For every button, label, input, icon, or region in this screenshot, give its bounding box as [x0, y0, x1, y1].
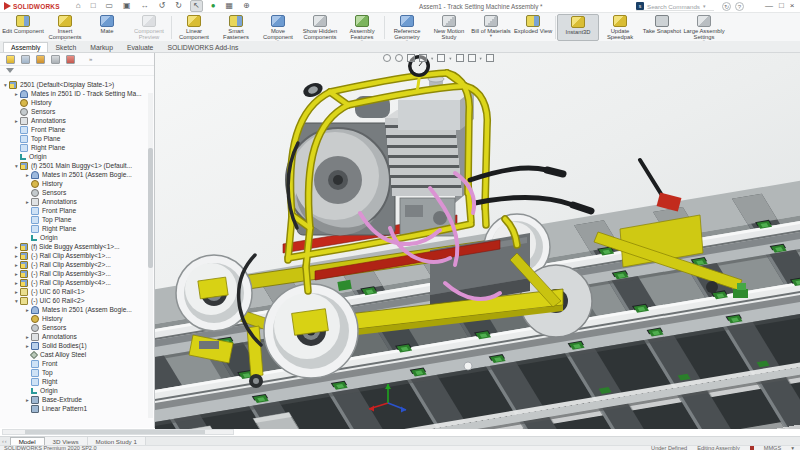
- dropdown-arrow-icon[interactable]: ▾: [431, 56, 433, 61]
- tree-item--rail-clip-assembly-3-[interactable]: ▸(-) Rail Clip Assembly<3>...: [0, 269, 148, 278]
- exploded-view-button[interactable]: Exploded View: [512, 14, 554, 41]
- tree-filter-row[interactable]: [0, 66, 154, 76]
- configuration-manager-tab-icon[interactable]: [36, 55, 45, 64]
- tree-item-mates-in-2501-id-track-setting[interactable]: ▸Mates in 2501 ID - Track Setting Ma...: [0, 89, 148, 98]
- display-manager-tab-icon[interactable]: [66, 55, 75, 64]
- help-icon[interactable]: ?: [735, 2, 744, 11]
- dropdown-arrow-icon[interactable]: ▾: [480, 56, 482, 61]
- move-component-button[interactable]: Move Component▾: [257, 14, 299, 41]
- expand-arrow-icon[interactable]: ▾: [13, 298, 20, 304]
- edit-component-button[interactable]: Edit Component: [2, 14, 44, 41]
- dimxpert-manager-tab-icon[interactable]: [51, 55, 60, 64]
- new-document-icon[interactable]: □: [89, 1, 98, 11]
- tree-item-history[interactable]: History: [0, 179, 148, 188]
- close-button[interactable]: ×: [787, 1, 798, 10]
- tree-item-base-extrude[interactable]: ▸Base-Extrude: [0, 395, 148, 404]
- tree-item-solid-bodies-1-[interactable]: ▸Solid Bodies(1): [0, 341, 148, 350]
- instant3d-button[interactable]: Instant3D: [557, 14, 599, 41]
- tree-item-cast-alloy-steel[interactable]: Cast Alloy Steel: [0, 350, 148, 359]
- tree-item-top[interactable]: Top: [0, 368, 148, 377]
- tree-item--f-side-buggy-assembly-1-[interactable]: ▸(f) Side Buggy Assembly<1>...: [0, 242, 148, 251]
- expand-arrow-icon[interactable]: ▸: [13, 118, 20, 124]
- zoom-to-area-icon[interactable]: [395, 54, 403, 62]
- select-icon[interactable]: ↖: [190, 0, 203, 12]
- expand-arrow-icon[interactable]: ▸: [24, 172, 31, 178]
- tree-item-right-plane[interactable]: Right Plane: [0, 143, 148, 152]
- bill-of-materials-button[interactable]: Bill of Materials▾: [470, 14, 512, 41]
- model-canvas[interactable]: [155, 53, 800, 429]
- property-manager-tab-icon[interactable]: [21, 55, 30, 64]
- tree-item--rail-clip-assembly-2-[interactable]: ▸(-) Rail Clip Assembly<2>...: [0, 260, 148, 269]
- tree-item-sensors[interactable]: Sensors: [0, 188, 148, 197]
- tree-item-origin[interactable]: Origin: [0, 233, 148, 242]
- expand-arrow-icon[interactable]: ▸: [13, 289, 20, 295]
- expand-arrow-icon[interactable]: ▸: [24, 334, 31, 340]
- large-assembly-settings-button[interactable]: Large Assembly Settings▾: [683, 14, 725, 41]
- tree-item--rail-clip-assembly-4-[interactable]: ▸(-) Rail Clip Assembly<4>...: [0, 278, 148, 287]
- minimize-button[interactable]: —: [762, 1, 776, 10]
- mate-button[interactable]: Mate: [86, 14, 128, 41]
- zoom-to-fit-icon[interactable]: [383, 54, 391, 62]
- expand-arrow-icon[interactable]: ▾: [13, 163, 20, 169]
- tree-item-right-plane[interactable]: Right Plane: [0, 224, 148, 233]
- tab-solidworks-add-ins[interactable]: SOLIDWORKS Add-Ins: [160, 43, 245, 52]
- smart-fasteners-button[interactable]: Smart Fasteners: [215, 14, 257, 41]
- dropdown-arrow-icon[interactable]: ▾: [490, 34, 492, 38]
- tree-horizontal-scrollbar[interactable]: [2, 429, 234, 435]
- expand-arrow-icon[interactable]: ▸: [24, 199, 31, 205]
- search-dropdown-icon[interactable]: ▾: [703, 3, 706, 9]
- tree-item-mates-in-2501-assem-bogie-[interactable]: ▸Mates in 2501 (Assem Bogie...: [0, 170, 148, 179]
- open-folder-icon[interactable]: ▭: [103, 1, 115, 11]
- tree-item-mates-in-2501-assem-bogie-[interactable]: ▸Mates in 2501 (Assem Bogie...: [0, 305, 148, 314]
- tree-item-annotations[interactable]: ▸Annotations: [0, 116, 148, 125]
- assembly-features-button[interactable]: Assembly Features▾: [341, 14, 383, 41]
- hscroll-thumb[interactable]: [25, 430, 205, 434]
- tree-item-origin[interactable]: Origin: [0, 152, 148, 161]
- expand-arrow-icon[interactable]: ▸: [13, 244, 20, 250]
- tree-item-history[interactable]: History: [0, 98, 148, 107]
- view-settings-icon[interactable]: [486, 54, 494, 62]
- component-preview-button[interactable]: Component Preview: [128, 14, 170, 41]
- tree-item-top-plane[interactable]: Top Plane: [0, 215, 148, 224]
- tree-vertical-scrollbar[interactable]: [148, 93, 153, 418]
- file-properties-icon[interactable]: ▦: [224, 1, 236, 11]
- tree-item-front-plane[interactable]: Front Plane: [0, 125, 148, 134]
- undo-icon[interactable]: ↺: [157, 1, 168, 11]
- new-motion-study-button[interactable]: New Motion Study: [428, 14, 470, 41]
- expand-arrow-icon[interactable]: ▸: [13, 271, 20, 277]
- expand-arrow-icon[interactable]: ▸: [24, 397, 31, 403]
- tree-item-right[interactable]: Right: [0, 377, 148, 386]
- update-speedpak-button[interactable]: Update Speedpak: [599, 14, 641, 41]
- dropdown-arrow-icon[interactable]: ▾: [449, 56, 451, 61]
- linear-component-pattern-button[interactable]: Linear Component Pattern▾: [173, 14, 215, 41]
- show-hidden-components-button[interactable]: Show Hidden Components: [299, 14, 341, 41]
- tree-item--uic-60-rail-2-[interactable]: ▾(-) UIC 60 Rail<2>: [0, 296, 148, 305]
- tree-item-sensors[interactable]: Sensors: [0, 323, 148, 332]
- display-style-icon[interactable]: [456, 54, 464, 62]
- hide-show-items-icon[interactable]: [468, 54, 476, 62]
- tab-assembly[interactable]: Assembly: [3, 42, 48, 52]
- home-icon[interactable]: ⌂: [74, 1, 83, 11]
- print-icon[interactable]: ↔: [139, 1, 151, 11]
- tree-item-front[interactable]: Front: [0, 359, 148, 368]
- tree-item-annotations[interactable]: ▸Annotations: [0, 332, 148, 341]
- tree-item-origin[interactable]: Origin: [0, 386, 148, 395]
- options-icon[interactable]: ⊕: [241, 1, 252, 11]
- rebuild-icon[interactable]: ●: [209, 1, 218, 11]
- save-icon[interactable]: ▣: [121, 1, 133, 11]
- tree-item-sensors[interactable]: Sensors: [0, 107, 148, 116]
- redo-icon[interactable]: ↻: [173, 1, 184, 11]
- expand-arrow-icon[interactable]: ▾: [2, 82, 9, 88]
- tab-scroll-arrows[interactable]: ‹‹: [0, 438, 10, 444]
- view-orientation-icon[interactable]: [437, 54, 445, 62]
- expand-arrow-icon[interactable]: ▸: [13, 262, 20, 268]
- tree-item-linear-pattern1[interactable]: Linear Pattern1: [0, 404, 148, 413]
- insert-components-button[interactable]: Insert Components▾: [44, 14, 86, 41]
- search-box[interactable]: s Search Commands ▾: [636, 2, 714, 11]
- reference-geometry-button[interactable]: Reference Geometry▾: [386, 14, 428, 41]
- previous-view-icon[interactable]: [407, 54, 415, 62]
- tree-item-2501-default-display-state-1-[interactable]: ▾2501 (Default<Display State-1>): [0, 80, 148, 89]
- expand-arrow-icon[interactable]: ▸: [13, 253, 20, 259]
- tree-item-annotations[interactable]: ▸Annotations: [0, 197, 148, 206]
- tab-evaluate[interactable]: Evaluate: [120, 43, 160, 52]
